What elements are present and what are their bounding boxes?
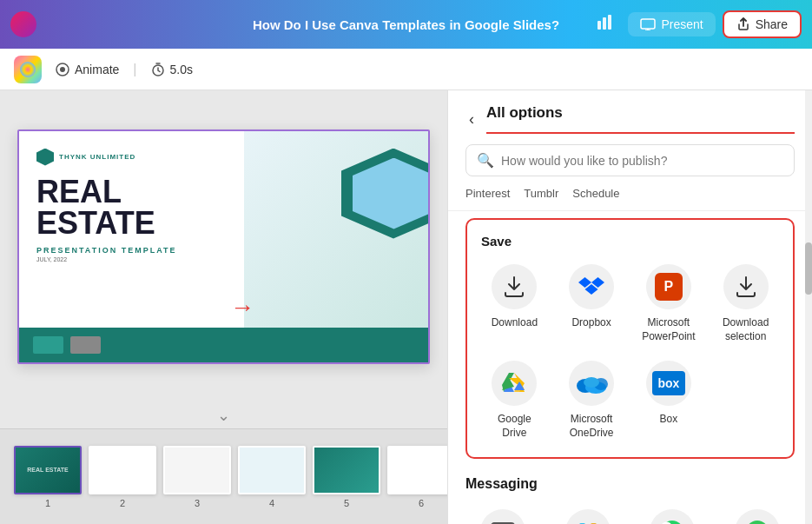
- panel-content: Save Download: [448, 211, 812, 524]
- email-icon-circle: [480, 509, 525, 524]
- svg-rect-0: [597, 21, 601, 30]
- box-label: Box: [660, 413, 678, 427]
- slide-canvas[interactable]: THYNK UNLIMITED REAL ESTATE PRESENTATION…: [17, 129, 430, 364]
- toolbar-divider-1: |: [133, 62, 136, 77]
- save-option-powerpoint[interactable]: P Microsoft PowerPoint: [636, 261, 703, 347]
- svg-point-6: [20, 62, 36, 77]
- quick-link-schedule[interactable]: Schedule: [572, 187, 619, 200]
- slide-logo: THYNK UNLIMITED: [36, 149, 227, 166]
- save-options-row2: Google Drive Microsoft OneDrive: [481, 357, 779, 443]
- messaging-imessage[interactable]: iMessage: [720, 506, 795, 524]
- save-section: Save Download: [465, 218, 795, 459]
- slide-date: JULY, 2022: [36, 256, 227, 262]
- header-left: [10, 11, 36, 37]
- share-button[interactable]: Share: [723, 10, 802, 38]
- svg-point-8: [60, 67, 65, 72]
- present-button[interactable]: Present: [628, 12, 715, 36]
- panel-search-container[interactable]: 🔍: [465, 144, 795, 176]
- gdrive-label: Google Drive: [485, 413, 545, 440]
- slide-container: THYNK UNLIMITED REAL ESTATE PRESENTATION…: [0, 90, 447, 402]
- panel-title: All options: [486, 104, 795, 134]
- download-selection-label: Download selection: [716, 316, 776, 343]
- save-option-dropbox[interactable]: Dropbox: [558, 261, 625, 347]
- thumbnail-4[interactable]: 4: [238, 446, 306, 508]
- box-icon-circle: box: [646, 361, 691, 406]
- duration-control[interactable]: 5.0s: [151, 63, 193, 76]
- thumbnail-1[interactable]: REAL ESTATE 1: [14, 446, 82, 508]
- messaging-slack[interactable]: Slack: [551, 506, 625, 524]
- panel-header: ‹ All options: [448, 90, 812, 134]
- thumbnail-6[interactable]: 6: [387, 446, 447, 508]
- bottom-rect-1: [33, 336, 63, 354]
- thumb-num-1: 1: [45, 498, 50, 508]
- slide-subtitle: PRESENTATION TEMPLATE: [36, 246, 227, 255]
- empty-slot: [712, 357, 757, 402]
- messaging-email[interactable]: Email: [465, 506, 540, 524]
- thumb-slide-3: [163, 446, 231, 494]
- save-option-download[interactable]: Download: [481, 261, 548, 347]
- collapse-panel[interactable]: ⌄: [0, 402, 447, 428]
- quick-link-tumblr[interactable]: Tumblr: [524, 187, 558, 200]
- animate-button[interactable]: Animate: [56, 63, 119, 76]
- header: How Do I Use Canva Templates in Google S…: [0, 0, 812, 49]
- avatar: [10, 11, 36, 37]
- save-section-title: Save: [481, 234, 779, 249]
- slide-logo-icon: [36, 149, 54, 166]
- scrollbar-track: [805, 90, 812, 524]
- search-icon: 🔍: [477, 152, 494, 169]
- thumb-slide-4: [238, 446, 306, 494]
- thumb-slide-5: [313, 446, 380, 494]
- analytics-button[interactable]: [591, 9, 621, 41]
- messaging-title: Messaging: [465, 476, 795, 492]
- powerpoint-icon: P: [655, 273, 683, 301]
- scrollbar-thumb[interactable]: [805, 242, 812, 295]
- thumbnail-2[interactable]: 2: [89, 446, 156, 508]
- thumb-num-3: 3: [195, 498, 200, 508]
- dropbox-icon-circle: [569, 264, 614, 309]
- box-icon-element: box: [652, 371, 685, 395]
- onedrive-icon-circle: [569, 361, 614, 406]
- slide-bottom-bar: [19, 328, 428, 362]
- download-label: Download: [492, 316, 538, 330]
- slide-title-real: REAL: [36, 176, 227, 208]
- canvas-area: THYNK UNLIMITED REAL ESTATE PRESENTATION…: [0, 90, 447, 524]
- header-right: Present Share: [591, 9, 802, 41]
- svg-point-21: [584, 377, 599, 388]
- thumb-num-2: 2: [120, 498, 125, 508]
- messaging-whatsapp[interactable]: WhatsApp: [636, 506, 710, 524]
- save-option-gdrive[interactable]: Google Drive: [481, 357, 548, 443]
- thumbnail-5[interactable]: 5: [313, 446, 380, 508]
- thumbnail-strip: REAL ESTATE 1 2 3 4: [0, 428, 447, 524]
- slide-logo-text: THYNK UNLIMITED: [59, 153, 135, 161]
- thumb-slide-6: [387, 446, 447, 494]
- svg-rect-3: [641, 19, 655, 29]
- thumbnail-3[interactable]: 3: [163, 446, 231, 508]
- arrow-indicator: →: [230, 294, 254, 322]
- slack-icon-circle: [565, 509, 611, 524]
- toolbar: Animate | 5.0s: [0, 49, 812, 90]
- download-icon-circle: [492, 264, 537, 309]
- search-input[interactable]: [501, 154, 783, 168]
- save-option-download-selection[interactable]: Download selection: [712, 261, 779, 347]
- save-options-row1: Download Dropbox: [481, 261, 779, 347]
- gdrive-icon-circle: [492, 361, 537, 406]
- thumb-slide-2: [89, 446, 156, 494]
- messaging-section: Messaging Email: [448, 466, 812, 524]
- whatsapp-icon-circle: [650, 509, 695, 524]
- onedrive-label: Microsoft OneDrive: [562, 413, 622, 440]
- imessage-icon-circle: [735, 509, 780, 524]
- save-option-box[interactable]: box Box: [636, 357, 703, 443]
- panel: ‹ All options 🔍 Pinterest Tumblr Schedul…: [447, 90, 812, 524]
- document-title: How Do I Use Canva Templates in Google S…: [253, 17, 559, 32]
- bottom-rect-2: [70, 336, 101, 354]
- messaging-grid: Email Slack: [465, 506, 795, 524]
- panel-back-button[interactable]: ‹: [465, 107, 478, 132]
- quick-link-pinterest[interactable]: Pinterest: [465, 187, 510, 200]
- dropbox-label: Dropbox: [571, 316, 611, 330]
- powerpoint-label: Microsoft PowerPoint: [639, 316, 699, 343]
- save-option-onedrive[interactable]: Microsoft OneDrive: [558, 357, 625, 443]
- slide-title-estate: ESTATE: [36, 208, 227, 239]
- powerpoint-icon-circle: P: [646, 264, 691, 309]
- svg-rect-2: [608, 15, 611, 30]
- thumb-slide-1: REAL ESTATE: [14, 446, 82, 494]
